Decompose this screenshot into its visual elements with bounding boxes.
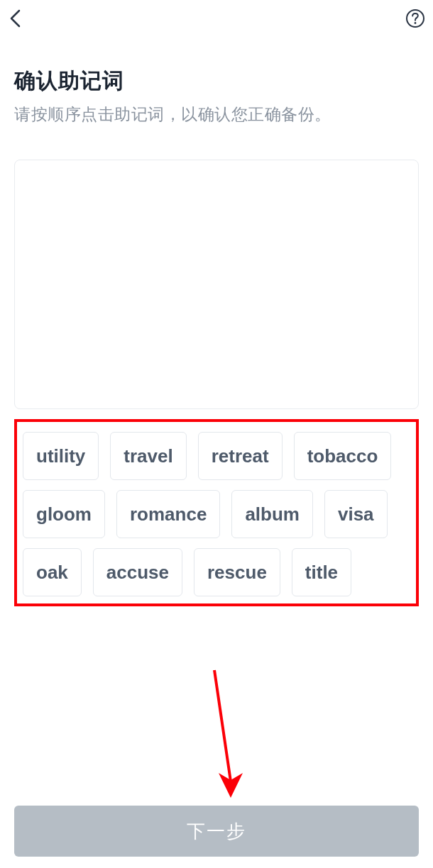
mnemonic-word-chip[interactable]: retreat [198, 432, 283, 480]
mnemonic-word-chip[interactable]: tobacco [294, 432, 392, 480]
mnemonic-word-chip[interactable]: travel [110, 432, 186, 480]
mnemonic-words-annotation-box: utilitytravelretreattobaccogloomromancea… [14, 419, 419, 606]
annotation-arrow-icon [206, 667, 248, 808]
chevron-left-icon [9, 9, 23, 28]
selected-words-area[interactable] [14, 160, 419, 409]
next-button[interactable]: 下一步 [14, 806, 419, 857]
mnemonic-words-grid: utilitytravelretreattobaccogloomromancea… [23, 432, 410, 596]
mnemonic-word-chip[interactable]: title [292, 548, 351, 596]
mnemonic-word-chip[interactable]: album [231, 490, 313, 538]
svg-line-2 [214, 670, 231, 781]
mnemonic-word-chip[interactable]: utility [23, 432, 99, 480]
mnemonic-word-chip[interactable]: visa [324, 490, 388, 538]
back-button[interactable] [6, 9, 26, 28]
svg-point-1 [415, 22, 417, 24]
mnemonic-word-chip[interactable]: accuse [93, 548, 182, 596]
mnemonic-word-chip[interactable]: oak [23, 548, 82, 596]
mnemonic-word-chip[interactable]: rescue [194, 548, 280, 596]
mnemonic-word-chip[interactable]: gloom [23, 490, 105, 538]
svg-marker-3 [219, 773, 243, 798]
help-button[interactable] [405, 8, 426, 29]
question-circle-icon [405, 9, 425, 28]
mnemonic-word-chip[interactable]: romance [116, 490, 220, 538]
page-subtitle: 请按顺序点击助记词，以确认您正确备份。 [14, 103, 419, 126]
page-title: 确认助记词 [14, 67, 419, 96]
